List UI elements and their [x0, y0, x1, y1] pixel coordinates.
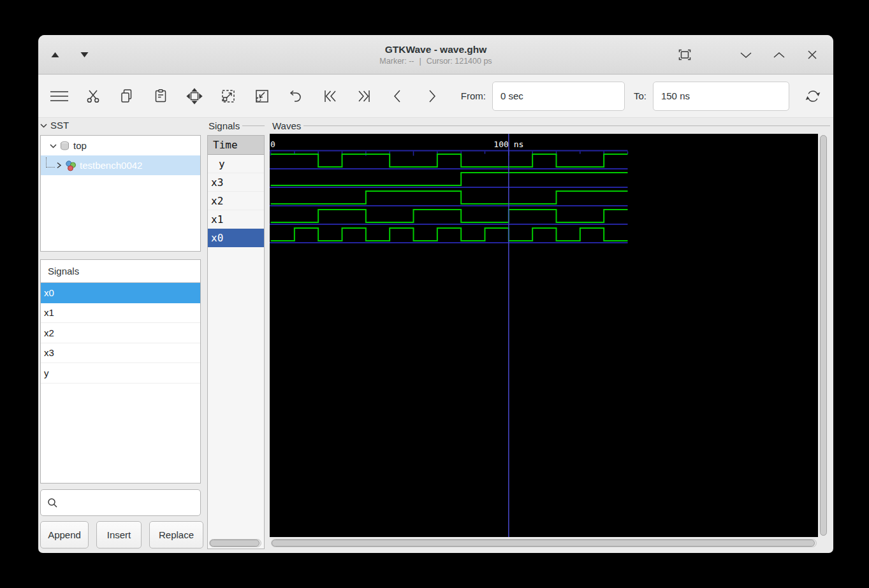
signal-list-item-x1[interactable]: x1 [41, 303, 200, 324]
scrollbar-thumb[interactable] [272, 540, 815, 547]
wave-name-y[interactable]: y [208, 155, 264, 173]
zoom-out-icon[interactable] [215, 82, 242, 110]
wave-name-x2[interactable]: x2 [208, 192, 264, 210]
signal-name-pane: Time yx3x2x1x0 [207, 135, 265, 549]
signal-list-item-x2[interactable]: x2 [41, 323, 200, 343]
wave-horizontal-scrollbar[interactable] [271, 539, 817, 547]
waves-frame-label: Waves [272, 120, 301, 131]
tree-item-label: top [73, 140, 87, 151]
waves-frame: Waves [272, 120, 830, 131]
signal-pane-frame: Signals [208, 120, 265, 131]
undo-icon[interactable] [282, 82, 309, 110]
replace-button[interactable]: Replace [149, 521, 203, 549]
go-first-icon[interactable] [317, 82, 344, 110]
append-button[interactable]: Append [40, 521, 89, 549]
wave-name-x1[interactable]: x1 [208, 210, 264, 229]
tree-connector [46, 157, 55, 168]
fullscreen-icon[interactable] [676, 47, 693, 63]
go-next-icon[interactable] [418, 82, 445, 110]
signal-search[interactable] [40, 489, 201, 516]
scrollbar-thumb[interactable] [820, 135, 827, 536]
triangle-down-icon[interactable] [77, 47, 92, 62]
wave-vertical-scrollbar[interactable] [820, 135, 828, 536]
tree-item-testbench[interactable]: testbench0042 [41, 155, 200, 175]
signals-list-header: Signals [41, 260, 200, 283]
search-icon [47, 498, 58, 508]
insert-button[interactable]: Insert [96, 521, 142, 549]
zoom-fit-icon[interactable] [181, 82, 208, 110]
triangle-up-icon[interactable] [47, 47, 62, 62]
signal-list-item-x0[interactable]: x0 [41, 283, 200, 303]
window-title: GTKWave - wave.ghw [385, 44, 487, 55]
cut-icon[interactable] [80, 82, 106, 110]
cursor-status: Cursor: 121400 ps [427, 57, 492, 66]
signals-list: Signals x0x1x2x3y [40, 259, 201, 484]
from-input[interactable] [492, 82, 625, 111]
to-input[interactable] [653, 82, 789, 111]
expander-down-icon[interactable] [50, 143, 57, 148]
tree-item-top[interactable]: top [41, 136, 200, 155]
sst-label: SST [50, 120, 69, 131]
wave-name-x3[interactable]: x3 [208, 173, 264, 192]
toolbar: From: To: [38, 75, 833, 118]
tree-item-label: testbench0042 [80, 160, 142, 171]
to-label: To: [634, 90, 646, 101]
signal-list-item-x3[interactable]: x3 [41, 343, 200, 364]
marker-status: Marker: -- [379, 57, 414, 66]
from-label: From: [461, 90, 486, 101]
name-pane-horizontal-scrollbar[interactable] [209, 539, 261, 547]
copy-icon[interactable] [113, 82, 140, 110]
go-last-icon[interactable] [351, 82, 377, 110]
signal-pane-frame-label: Signals [208, 120, 240, 131]
wave-canvas[interactable]: 0100 ns [270, 134, 818, 537]
zoom-in-icon[interactable] [249, 82, 275, 110]
status-separator: | [420, 57, 421, 66]
paste-icon[interactable] [147, 82, 174, 110]
expander-right-icon[interactable] [56, 162, 62, 169]
scrollbar-thumb[interactable] [210, 540, 259, 547]
chevron-down-icon[interactable] [738, 47, 754, 63]
go-previous-icon[interactable] [384, 82, 411, 110]
wave-name-x0[interactable]: x0 [208, 229, 264, 247]
status-line: Marker: -- | Cursor: 121400 ps [379, 57, 492, 66]
module-icon [59, 141, 70, 151]
close-icon[interactable] [804, 47, 821, 63]
reload-icon[interactable] [800, 82, 826, 110]
hierarchy-icon [64, 160, 77, 171]
menu-icon[interactable] [46, 82, 73, 110]
gtkwave-window: GTKWave - wave.ghw Marker: -- | Cursor: … [38, 35, 833, 553]
time-header: Time [208, 136, 264, 155]
sst-expander[interactable]: SST [40, 120, 69, 131]
signal-list-item-y[interactable]: y [41, 363, 200, 384]
sst-tree: top testbench0042 [40, 135, 201, 252]
svg-text:0: 0 [270, 140, 275, 149]
titlebar[interactable]: GTKWave - wave.ghw Marker: -- | Cursor: … [38, 35, 833, 75]
chevron-up-icon[interactable] [771, 47, 787, 63]
